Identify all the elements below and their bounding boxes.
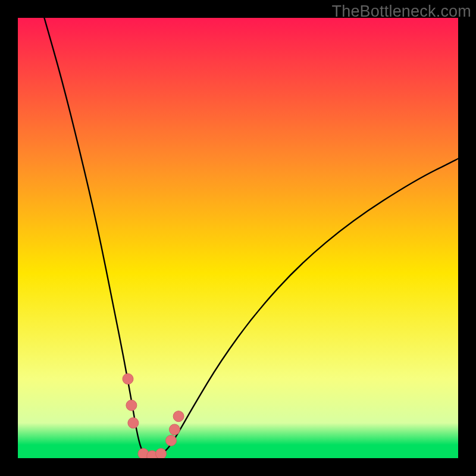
curve-marker xyxy=(128,418,139,428)
curve-marker xyxy=(156,449,167,458)
chart-frame: TheBottleneck.com xyxy=(0,0,476,476)
curve-marker xyxy=(169,424,180,435)
curve-marker xyxy=(123,374,133,384)
curve-marker xyxy=(166,435,177,446)
curve-marker xyxy=(126,400,137,411)
bottleneck-chart xyxy=(18,18,458,458)
plot-background xyxy=(18,18,458,458)
curve-marker xyxy=(173,411,184,422)
